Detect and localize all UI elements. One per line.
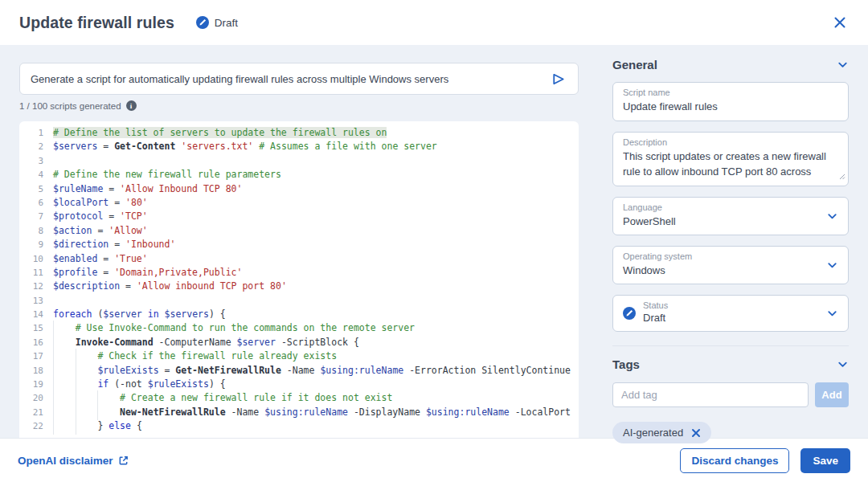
code-line: 18 $ruleExists = Get-NetFirewallRule -Na… <box>19 364 579 378</box>
script-name-input[interactable] <box>623 100 838 115</box>
dialog-header: Update firewall rules Draft <box>0 0 868 45</box>
status-badge: Draft <box>196 16 238 29</box>
ai-prompt-bar <box>19 63 579 95</box>
send-icon[interactable] <box>549 70 567 88</box>
code-lines: 1# Define the list of servers to update … <box>19 126 579 434</box>
code-line: 11$profile = 'Domain,Private,Public' <box>19 266 579 280</box>
page-title: Update firewall rules <box>19 14 174 32</box>
code-line: 2$servers = Get-Content 'servers.txt' # … <box>19 140 579 153</box>
language-select[interactable]: Language PowerShell <box>612 197 849 235</box>
operating-system-label: Operating system <box>623 251 838 261</box>
external-link-icon <box>118 455 129 466</box>
chevron-down-icon[interactable] <box>826 210 838 222</box>
info-icon[interactable]: i <box>126 100 137 111</box>
discard-changes-button[interactable]: Discard changes <box>680 448 789 473</box>
add-tag-row: Add <box>612 382 849 407</box>
operating-system-select[interactable]: Operating system Windows <box>612 246 849 284</box>
code-line: 1# Define the list of servers to update … <box>19 126 579 140</box>
code-line: 19 if (-not $ruleExists) { <box>19 378 579 391</box>
status-label: Status <box>643 300 668 310</box>
code-line: 21 New-NetFirewallRule -Name $using:rule… <box>19 406 579 419</box>
counter-text: 1 / 100 scripts generated <box>19 101 121 111</box>
code-line: 3 <box>19 154 579 168</box>
code-line: 9$direction = 'Inbound' <box>19 238 579 251</box>
code-line: 13 <box>19 294 579 308</box>
code-line: 6$localPort = '80' <box>19 196 579 210</box>
general-section-header[interactable]: General <box>612 58 849 71</box>
close-icon[interactable] <box>829 12 850 33</box>
script-name-label: Script name <box>623 88 838 97</box>
code-line: 12$description = 'Allow inbound TCP port… <box>19 280 579 293</box>
code-line: 22 } else { <box>19 419 579 433</box>
status-value: Draft <box>643 311 668 325</box>
draft-status-icon <box>623 307 636 320</box>
chevron-down-icon[interactable] <box>837 358 849 370</box>
footer-actions: Discard changes Save <box>680 448 850 473</box>
description-field: Description <box>612 132 849 186</box>
save-button[interactable]: Save <box>800 448 850 473</box>
section-divider <box>612 345 849 346</box>
disclaimer-text: OpenAI disclaimer <box>18 455 113 467</box>
code-line: 7$protocol = 'TCP' <box>19 210 579 223</box>
tag-chip-label: AI-generated <box>623 427 683 439</box>
code-editor[interactable]: 1# Define the list of servers to update … <box>19 121 579 438</box>
chevron-down-icon[interactable] <box>826 308 838 320</box>
code-line: 8$action = 'Allow' <box>19 224 579 238</box>
dialog-body: 1 / 100 scripts generated i 1# Define th… <box>0 45 868 438</box>
code-line: 20 # Create a new firewall rule if it do… <box>19 391 579 405</box>
status-select[interactable]: Status Draft <box>612 295 849 332</box>
operating-system-value: Windows <box>623 263 838 278</box>
add-tag-button[interactable]: Add <box>815 382 849 407</box>
chevron-down-icon[interactable] <box>837 59 849 71</box>
draft-status-icon <box>196 16 209 29</box>
code-line: 17 # Check if the firewall rule already … <box>19 349 579 363</box>
code-line: 10$enabled = 'True' <box>19 252 579 266</box>
openai-disclaimer-link[interactable]: OpenAI disclaimer <box>18 455 129 467</box>
chevron-down-icon[interactable] <box>826 259 838 272</box>
properties-sidebar: General Script name Description Language… <box>612 45 849 438</box>
description-input[interactable] <box>623 149 838 180</box>
remove-tag-icon[interactable] <box>691 428 701 438</box>
tags-section-header[interactable]: Tags <box>612 357 849 371</box>
code-line: 15 # Use Invoke-Command to run the comma… <box>19 321 579 335</box>
ai-prompt-input[interactable] <box>31 73 549 85</box>
add-tag-input[interactable] <box>612 382 809 407</box>
language-value: PowerShell <box>623 214 838 229</box>
main-panel: 1 / 100 scripts generated i 1# Define th… <box>19 45 579 438</box>
script-name-field: Script name <box>612 82 849 121</box>
tags-section-title: Tags <box>612 357 640 371</box>
code-line: 14foreach ($server in $servers) { <box>19 308 579 321</box>
general-section-title: General <box>612 58 657 71</box>
dialog-footer: OpenAI disclaimer Discard changes Save <box>0 438 868 482</box>
scripts-generated-counter: 1 / 100 scripts generated i <box>19 100 579 111</box>
code-line: 5$ruleName = 'Allow Inbound TCP 80' <box>19 182 579 196</box>
resize-handle-icon[interactable] <box>839 169 845 183</box>
tag-chip: AI-generated <box>612 422 711 443</box>
description-label: Description <box>623 137 838 147</box>
code-line: 16 Invoke-Command -ComputerName $server … <box>19 336 579 349</box>
status-badge-label: Draft <box>215 17 238 29</box>
language-label: Language <box>623 202 838 212</box>
code-line: 4# Define the new firewall rule paramete… <box>19 168 579 182</box>
